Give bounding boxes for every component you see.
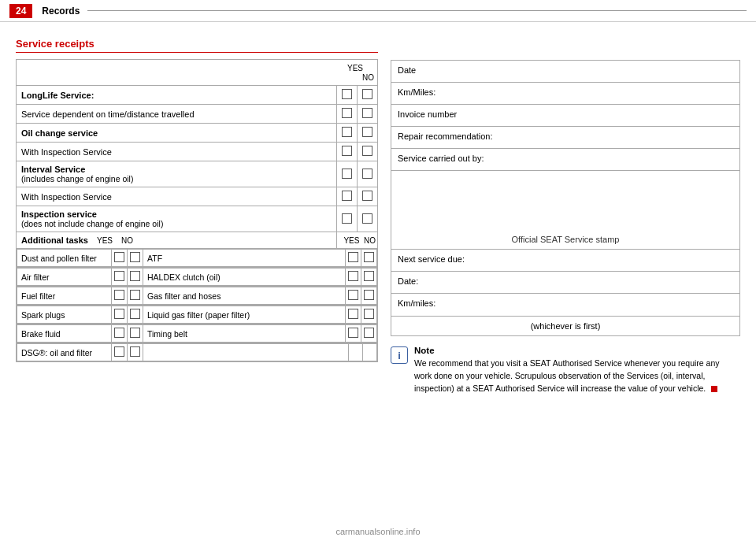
no-checkbox[interactable]: [361, 287, 377, 305]
no-header: NO: [362, 73, 374, 82]
section-title: Service receipts: [16, 38, 378, 53]
no-checkbox[interactable]: [128, 250, 143, 267]
yes-checkbox[interactable]: [112, 287, 128, 305]
service-label: With Inspection Service: [17, 187, 337, 206]
additional-item-label: DSG®: oil and filter: [17, 344, 112, 361]
additional-item-label: Gas filter and hoses: [143, 287, 346, 305]
yes-checkbox[interactable]: [112, 325, 128, 343]
service-by-label: Service carried out by:: [398, 154, 484, 163]
additional-item-label: [143, 344, 349, 361]
stamp-label: Official SEAT Service stamp: [512, 235, 620, 244]
service-label: LongLife Service:: [17, 86, 337, 105]
additional-item-label: Fuel filter: [17, 287, 112, 305]
service-label: Interval Service(includes change of engi…: [17, 161, 337, 187]
no-checkbox[interactable]: [358, 86, 378, 105]
repair-rec-row: Repair recommendation:: [391, 127, 739, 149]
no-checkbox[interactable]: [128, 269, 143, 286]
note-title: Note: [414, 346, 732, 355]
yes-checkbox[interactable]: [112, 250, 128, 267]
no-checkbox[interactable]: [361, 306, 377, 324]
next-date-label: Date:: [398, 276, 418, 286]
no-checkbox[interactable]: [128, 344, 143, 361]
service-label: Inspection service(does not include chan…: [17, 206, 337, 232]
next-km-label: Km/miles:: [398, 298, 435, 308]
yes-checkbox[interactable]: [346, 287, 361, 305]
right-column: Date Km/Miles: Invoice number Repair rec…: [391, 38, 740, 395]
red-square-icon: [711, 386, 717, 392]
yes-checkbox[interactable]: [112, 344, 128, 361]
info-box: Date Km/Miles: Invoice number Repair rec…: [391, 60, 740, 336]
additional-yes-no: YES NO: [337, 232, 378, 249]
service-label: Service dependent on time/distance trave…: [17, 105, 337, 124]
table-row: Brake fluid Timing belt: [17, 324, 378, 343]
yes-checkbox[interactable]: [337, 105, 358, 124]
table-row: Inspection service(does not include chan…: [17, 206, 378, 232]
yes-checkbox[interactable]: [346, 306, 361, 324]
no-checkbox[interactable]: [128, 287, 143, 305]
table-row: Interval Service(includes change of engi…: [17, 161, 378, 187]
left-column: Service receipts YES NO LongLife Service…: [16, 38, 378, 395]
yes-header: YES: [347, 64, 363, 72]
yes-checkbox[interactable]: [112, 269, 128, 286]
service-label: Oil change service: [17, 124, 337, 143]
yes-checkbox[interactable]: [337, 187, 358, 206]
yes-checkbox[interactable]: [337, 143, 358, 161]
km-row: Km/Miles:: [391, 83, 739, 105]
yes-no-header-row: YES NO: [17, 60, 378, 86]
next-service-label: Next service due:: [398, 254, 465, 264]
no-checkbox[interactable]: [358, 143, 378, 161]
service-table: YES NO LongLife Service: Service depende…: [16, 59, 378, 362]
additional-item-label: Spark plugs: [17, 306, 112, 324]
note-text: We recommend that you visit a SEAT Autho…: [414, 358, 732, 395]
no-checkbox[interactable]: [128, 306, 143, 324]
note-section: i Note We recommend that you visit a SEA…: [391, 346, 740, 395]
additional-tasks-label: Additional tasks YES NO: [17, 232, 337, 249]
no-checkbox[interactable]: [128, 325, 143, 343]
additional-item-label: ATF: [143, 250, 346, 267]
yes-checkbox[interactable]: [337, 161, 358, 187]
additional-item-label: HALDEX clutch (oil): [143, 269, 346, 286]
note-content: Note We recommend that you visit a SEAT …: [414, 346, 732, 395]
yes-checkbox[interactable]: [346, 269, 361, 286]
table-row: Spark plugs Liquid gas filter (paper fil…: [17, 306, 378, 324]
yes-checkbox[interactable]: [346, 325, 361, 343]
next-date-row: Date:: [391, 272, 739, 294]
yes-checkbox[interactable]: [337, 124, 358, 143]
next-km-row: Km/miles:: [391, 294, 739, 316]
page-number: 24: [9, 4, 32, 18]
date-row: Date: [391, 61, 739, 83]
no-checkbox[interactable]: [361, 269, 377, 286]
table-row: Oil change service: [17, 124, 378, 143]
no-checkbox[interactable]: [358, 187, 378, 206]
additional-item-label: Air filter: [17, 269, 112, 286]
no-checkbox[interactable]: [358, 206, 378, 232]
yes-checkbox[interactable]: [346, 250, 361, 267]
invoice-row: Invoice number: [391, 105, 739, 127]
additional-item-label: Brake fluid: [17, 325, 112, 343]
additional-tasks-header: Additional tasks YES NO YES NO: [17, 232, 378, 249]
invoice-label: Invoice number: [398, 109, 457, 119]
table-row: With Inspection Service: [17, 187, 378, 206]
info-icon: i: [391, 346, 408, 364]
table-row: With Inspection Service: [17, 143, 378, 161]
no-checkbox[interactable]: [358, 124, 378, 143]
additional-item-label: Dust and pollen filter: [17, 250, 112, 267]
no-checkbox[interactable]: [361, 250, 377, 267]
date-label: Date: [398, 65, 416, 75]
table-row: Air filter HALDEX clutch (oil): [17, 268, 378, 287]
header-line: [87, 10, 747, 11]
table-row: Dust and pollen filter ATF: [17, 249, 378, 268]
table-row: LongLife Service:: [17, 86, 378, 105]
main-content: Service receipts YES NO LongLife Service…: [0, 22, 756, 410]
service-label: With Inspection Service: [17, 143, 337, 161]
yes-checkbox[interactable]: [337, 86, 358, 105]
yes-checkbox[interactable]: [112, 306, 128, 324]
no-checkbox[interactable]: [361, 325, 377, 343]
page-header: 24 Records: [0, 0, 756, 22]
whichever-label: (whichever is first): [531, 321, 601, 331]
watermark: carmanualsonline.info: [335, 527, 420, 536]
no-checkbox[interactable]: [358, 105, 378, 124]
yes-checkbox[interactable]: [337, 206, 358, 232]
no-checkbox[interactable]: [358, 161, 378, 187]
table-row: Service dependent on time/distance trave…: [17, 105, 378, 124]
